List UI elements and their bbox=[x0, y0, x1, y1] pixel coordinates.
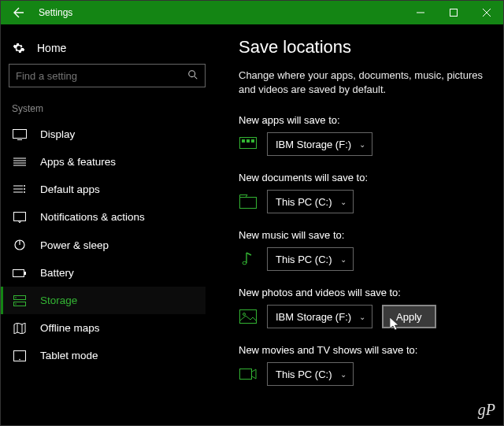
svg-rect-18 bbox=[246, 139, 250, 143]
apps-icon bbox=[12, 157, 28, 168]
back-button[interactable] bbox=[6, 1, 32, 24]
sidebar-item-label: Tablet mode bbox=[40, 350, 98, 361]
svg-rect-8 bbox=[13, 269, 24, 276]
music-drive-icon bbox=[239, 250, 258, 268]
sidebar-item-label: Notifications & actions bbox=[40, 211, 145, 223]
close-icon bbox=[483, 9, 491, 17]
display-icon bbox=[12, 129, 28, 140]
dropdown-value: This PC (C:) bbox=[276, 369, 332, 380]
minimize-icon bbox=[417, 9, 424, 17]
svg-point-12 bbox=[15, 297, 17, 298]
gear-icon bbox=[12, 42, 26, 54]
apps-drive-icon bbox=[239, 135, 258, 153]
home-button[interactable]: Home bbox=[9, 35, 206, 64]
dropdown-value: This PC (C:) bbox=[276, 254, 332, 265]
svg-rect-19 bbox=[251, 139, 254, 143]
chevron-down-icon: ⌄ bbox=[340, 370, 346, 379]
svg-rect-20 bbox=[240, 198, 257, 209]
location-group-music: New music will save to: This PC (C:) ⌄ bbox=[239, 229, 489, 271]
titlebar: Settings bbox=[1, 1, 503, 24]
movies-drive-icon bbox=[239, 365, 258, 383]
svg-rect-17 bbox=[242, 139, 245, 143]
documents-drive-icon bbox=[239, 193, 258, 210]
svg-point-21 bbox=[243, 262, 246, 265]
svg-rect-2 bbox=[13, 129, 27, 138]
svg-point-3 bbox=[24, 185, 25, 187]
dropdown-value: IBM Storage (F:) bbox=[276, 139, 351, 150]
music-location-dropdown[interactable]: This PC (C:) ⌄ bbox=[267, 247, 354, 271]
maximize-icon bbox=[450, 9, 458, 17]
svg-rect-22 bbox=[240, 310, 257, 324]
documents-location-dropdown[interactable]: This PC (C:) ⌄ bbox=[267, 190, 354, 213]
svg-point-15 bbox=[19, 358, 20, 360]
search-input[interactable] bbox=[16, 70, 187, 82]
storage-icon bbox=[12, 295, 28, 306]
sidebar-item-battery[interactable]: Battery bbox=[1, 259, 206, 287]
svg-rect-6 bbox=[14, 212, 26, 220]
home-label: Home bbox=[37, 42, 66, 54]
sidebar-item-default-apps[interactable]: Default apps bbox=[1, 176, 206, 203]
notifications-icon bbox=[12, 212, 28, 223]
photos-drive-icon bbox=[239, 308, 258, 325]
sidebar-item-tablet-mode[interactable]: Tablet mode bbox=[1, 342, 206, 369]
back-arrow-icon bbox=[13, 6, 25, 19]
sidebar-item-display[interactable]: Display bbox=[1, 120, 206, 148]
search-icon bbox=[187, 69, 198, 83]
sidebar-item-label: Battery bbox=[40, 267, 74, 279]
sidebar-item-apps-features[interactable]: Apps & features bbox=[1, 148, 206, 176]
photos-location-dropdown[interactable]: IBM Storage (F:) ⌄ bbox=[267, 305, 372, 328]
page-title: Save locations bbox=[239, 37, 489, 57]
chevron-down-icon: ⌄ bbox=[340, 255, 346, 264]
svg-rect-9 bbox=[24, 272, 26, 275]
sidebar-item-power-sleep[interactable]: Power & sleep bbox=[1, 231, 206, 259]
location-label: New music will save to: bbox=[239, 229, 489, 241]
page-description: Change where your apps, documents, music… bbox=[239, 69, 483, 97]
apply-label: Apply bbox=[396, 311, 422, 323]
chevron-down-icon: ⌄ bbox=[359, 140, 365, 149]
location-label: New photos and videos will save to: bbox=[239, 287, 489, 298]
battery-icon bbox=[12, 269, 28, 278]
location-group-movies: New movies and TV shows will save to: Th… bbox=[239, 344, 489, 386]
svg-point-13 bbox=[15, 303, 17, 305]
svg-point-5 bbox=[24, 191, 25, 193]
content-area: Save locations Change where your apps, d… bbox=[213, 24, 503, 425]
svg-point-4 bbox=[24, 188, 25, 190]
movies-location-dropdown[interactable]: This PC (C:) ⌄ bbox=[267, 362, 354, 386]
location-group-photos: New photos and videos will save to: IBM … bbox=[239, 287, 489, 328]
sidebar-item-label: Offline maps bbox=[40, 322, 100, 334]
sidebar-item-storage[interactable]: Storage bbox=[1, 287, 206, 314]
tablet-icon bbox=[12, 350, 28, 361]
chevron-down-icon: ⌄ bbox=[359, 313, 365, 321]
sidebar-item-label: Default apps bbox=[40, 183, 100, 195]
maximize-button[interactable] bbox=[437, 1, 470, 24]
sidebar-item-notifications[interactable]: Notifications & actions bbox=[1, 203, 206, 231]
svg-rect-16 bbox=[240, 138, 257, 149]
search-input-container[interactable] bbox=[9, 64, 206, 87]
location-label: New documents will save to: bbox=[239, 172, 489, 183]
chevron-down-icon: ⌄ bbox=[340, 198, 346, 206]
location-group-documents: New documents will save to: This PC (C:)… bbox=[239, 172, 489, 213]
close-button[interactable] bbox=[470, 1, 503, 24]
default-apps-icon bbox=[12, 184, 28, 195]
location-group-apps: New apps will save to: IBM Storage (F:) … bbox=[239, 114, 489, 156]
apply-button[interactable]: Apply bbox=[382, 305, 436, 328]
location-label: New movies and TV shows will save to: bbox=[239, 344, 489, 356]
svg-point-23 bbox=[243, 313, 246, 316]
sidebar-item-label: Storage bbox=[40, 294, 77, 306]
sidebar-item-label: Power & sleep bbox=[40, 239, 109, 251]
sidebar-item-offline-maps[interactable]: Offline maps bbox=[1, 314, 206, 342]
sidebar-group-label: System bbox=[9, 100, 206, 120]
svg-rect-0 bbox=[450, 9, 458, 17]
svg-point-1 bbox=[189, 70, 195, 76]
sidebar-item-label: Display bbox=[40, 128, 75, 140]
power-icon bbox=[12, 239, 28, 251]
maps-icon bbox=[12, 323, 28, 334]
location-label: New apps will save to: bbox=[239, 114, 489, 126]
sidebar: Home System Display Apps & features Defa… bbox=[1, 24, 213, 425]
minimize-button[interactable] bbox=[404, 1, 437, 24]
dropdown-value: IBM Storage (F:) bbox=[276, 311, 351, 323]
svg-rect-24 bbox=[240, 369, 252, 380]
apps-location-dropdown[interactable]: IBM Storage (F:) ⌄ bbox=[267, 132, 372, 156]
app-title: Settings bbox=[39, 7, 72, 18]
sidebar-item-label: Apps & features bbox=[40, 156, 116, 168]
